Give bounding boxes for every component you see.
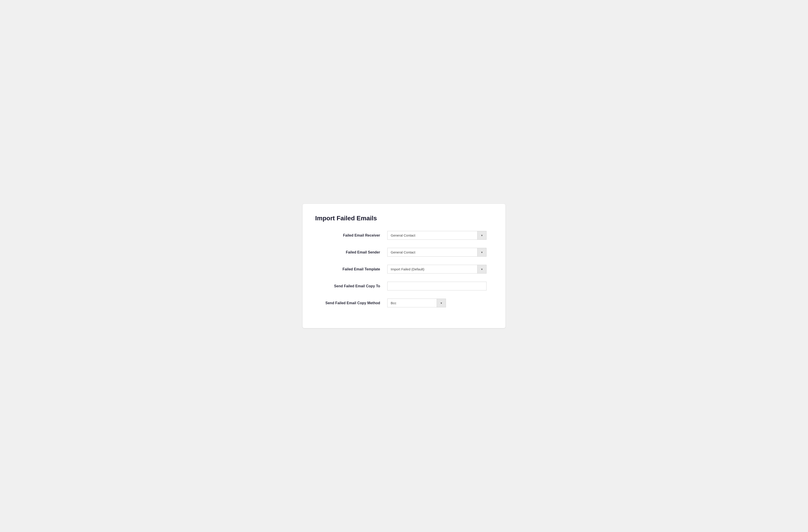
select-failed-email-receiver[interactable]: General ContactSales ContactSupport Cont… bbox=[388, 231, 486, 239]
input-send-failed-email-copy-to[interactable] bbox=[387, 282, 486, 291]
form-container: Failed Email ReceiverGeneral ContactSale… bbox=[315, 231, 493, 307]
label-failed-email-sender: Failed Email Sender bbox=[315, 250, 387, 254]
form-row-failed-email-sender: Failed Email SenderGeneral ContactSales … bbox=[315, 248, 493, 257]
import-failed-emails-card: Import Failed Emails Failed Email Receiv… bbox=[302, 204, 506, 328]
select-wrapper-failed-email-template: Import Failed (Default)Custom Template 1… bbox=[387, 265, 486, 274]
form-row-failed-email-receiver: Failed Email ReceiverGeneral ContactSale… bbox=[315, 231, 493, 240]
select-wrapper-failed-email-receiver: General ContactSales ContactSupport Cont… bbox=[387, 231, 486, 240]
form-row-failed-email-template: Failed Email TemplateImport Failed (Defa… bbox=[315, 265, 493, 274]
select-wrapper-failed-email-sender: General ContactSales ContactSupport Cont… bbox=[387, 248, 486, 257]
select-failed-email-template[interactable]: Import Failed (Default)Custom Template 1… bbox=[388, 265, 486, 273]
form-row-send-failed-email-copy-to: Send Failed Email Copy To bbox=[315, 282, 493, 291]
control-wrapper-failed-email-sender: General ContactSales ContactSupport Cont… bbox=[387, 248, 486, 257]
select-failed-email-sender[interactable]: General ContactSales ContactSupport Cont… bbox=[388, 248, 486, 256]
select-send-failed-email-copy-method[interactable]: BccCc bbox=[388, 299, 446, 307]
page-title: Import Failed Emails bbox=[315, 215, 493, 222]
label-send-failed-email-copy-method: Send Failed Email Copy Method bbox=[315, 301, 387, 305]
label-send-failed-email-copy-to: Send Failed Email Copy To bbox=[315, 284, 387, 288]
control-wrapper-send-failed-email-copy-to bbox=[387, 282, 486, 291]
control-wrapper-send-failed-email-copy-method: BccCc bbox=[387, 298, 486, 307]
label-failed-email-receiver: Failed Email Receiver bbox=[315, 234, 387, 237]
control-wrapper-failed-email-template: Import Failed (Default)Custom Template 1… bbox=[387, 265, 486, 274]
label-failed-email-template: Failed Email Template bbox=[315, 267, 387, 271]
control-wrapper-failed-email-receiver: General ContactSales ContactSupport Cont… bbox=[387, 231, 486, 240]
form-row-send-failed-email-copy-method: Send Failed Email Copy MethodBccCc bbox=[315, 298, 493, 307]
select-wrapper-send-failed-email-copy-method: BccCc bbox=[387, 298, 446, 307]
